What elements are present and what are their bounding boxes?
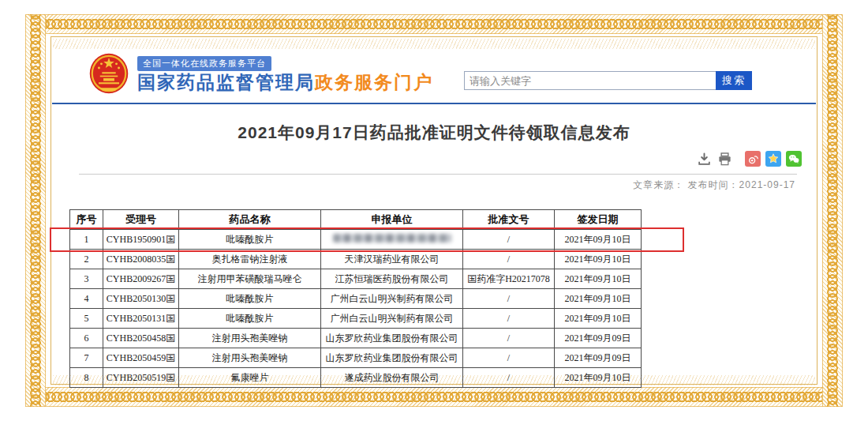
- column-header: 申报单位: [321, 210, 463, 230]
- table-cell: 3: [70, 269, 103, 289]
- table-cell: 广州白云山明兴制药有限公司: [321, 289, 463, 309]
- search-button[interactable]: 搜索: [716, 71, 752, 90]
- table-cell: 国药准字H20217078: [463, 269, 555, 289]
- column-header: 受理号: [103, 210, 179, 230]
- table-cell: [321, 230, 463, 250]
- table-cell: CYHB2008035国: [103, 250, 179, 269]
- table-cell: 2021年09月10日: [555, 250, 642, 269]
- site-title: 国家药品监督管理局政务服务门户: [137, 70, 433, 95]
- table-cell: 吡嗪酰胺片: [179, 309, 321, 329]
- table-cell: /: [463, 329, 555, 348]
- table-cell: 7: [70, 348, 103, 368]
- column-header: 签发日期: [555, 210, 642, 230]
- table-cell: 2021年09月09日: [555, 329, 642, 348]
- table-cell: 2021年09月10日: [555, 289, 642, 309]
- webpage-content: 全国一体化在线政务服务平台 国家药品监督管理局政务服务门户 搜索 2021年09…: [52, 38, 816, 390]
- qzone-share-icon[interactable]: [765, 151, 781, 167]
- table-cell: 注射用甲苯磺酸瑞马唑仑: [179, 269, 321, 289]
- table-row: 6CYHB2050458国注射用头孢美唑钠山东罗欣药业集团股份有限公司/2021…: [70, 329, 642, 348]
- records-table: 序号受理号药品名称申报单位批准文号签发日期 1CYHB1950901国吡嗪酰胺片…: [69, 209, 642, 388]
- search-input[interactable]: [464, 71, 723, 90]
- table-cell: 2021年09月09日: [555, 348, 642, 368]
- table-row: 4CYHB2050130国吡嗪酰胺片广州白云山明兴制药有限公司/2021年09月…: [70, 289, 642, 309]
- table-cell: 4: [70, 289, 103, 309]
- national-emblem-logo: [88, 52, 129, 95]
- table-cell: 注射用头孢美唑钠: [179, 348, 321, 368]
- site-title-secondary: 政务服务门户: [315, 72, 433, 92]
- table-cell: 江苏恒瑞医药股份有限公司: [321, 269, 463, 289]
- table-cell: 6: [70, 329, 103, 348]
- certificate-page: 全国一体化在线政务服务平台 国家药品监督管理局政务服务门户 搜索 2021年09…: [0, 0, 868, 421]
- table-row: 2CYHB2008035国奥扎格雷钠注射液天津汉瑞药业有限公司/2021年09月…: [70, 250, 642, 269]
- frame-band-top: [25, 14, 843, 34]
- platform-badge: 全国一体化在线政务服务平台: [137, 56, 271, 71]
- download-icon[interactable]: [696, 151, 712, 167]
- weibo-share-icon[interactable]: [745, 151, 761, 167]
- table-cell: 8: [70, 368, 103, 388]
- meta-divider: [79, 174, 797, 175]
- table-cell: 2021年09月10日: [555, 368, 642, 388]
- table-cell: CYHB2050458国: [103, 329, 179, 348]
- column-header: 序号: [70, 210, 103, 230]
- frame-band-left: [25, 14, 46, 407]
- table-cell: 遂成药业股份有限公司: [321, 368, 463, 388]
- table-cell: /: [463, 250, 555, 269]
- table-cell: 天津汉瑞药业有限公司: [321, 250, 463, 269]
- table-cell: CYHB2050459国: [103, 348, 179, 368]
- article-title: 2021年09月17日药品批准证明文件待领取信息发布: [52, 122, 816, 144]
- table-cell: CYHB2050519国: [103, 368, 179, 388]
- table-cell: 吡嗪酰胺片: [179, 289, 321, 309]
- table-cell: CYHB2009267国: [103, 269, 179, 289]
- frame-band-right: [822, 14, 843, 407]
- table-row: 7CYHB2050459国注射用头孢美唑钠山东罗欣药业集团股份有限公司/2021…: [70, 348, 642, 368]
- table-cell: 注射用头孢美唑钠: [179, 329, 321, 348]
- table-cell: 1: [70, 230, 103, 250]
- site-header: 全国一体化在线政务服务平台 国家药品监督管理局政务服务门户 搜索: [52, 38, 816, 104]
- table-cell: 5: [70, 309, 103, 329]
- article-meta: 文章来源： 发布时间：2021-09-17: [633, 179, 795, 192]
- column-header: 药品名称: [179, 210, 321, 230]
- wechat-share-icon[interactable]: [786, 151, 802, 167]
- table-cell: /: [463, 309, 555, 329]
- redacted-applicant: [333, 234, 451, 242]
- print-icon[interactable]: [716, 151, 732, 167]
- table-cell: 山东罗欣药业集团股份有限公司: [321, 348, 463, 368]
- table-cell: 广州白云山明兴制药有限公司: [321, 309, 463, 329]
- table-header-row: 序号受理号药品名称申报单位批准文号签发日期: [70, 210, 642, 230]
- table-cell: 2021年09月10日: [555, 309, 642, 329]
- table-cell: 2021年09月10日: [555, 230, 642, 250]
- table-cell: 2: [70, 250, 103, 269]
- table-cell: /: [463, 230, 555, 250]
- table-cell: CYHB2050131国: [103, 309, 179, 329]
- table-cell: 山东罗欣药业集团股份有限公司: [321, 329, 463, 348]
- column-header: 批准文号: [463, 210, 555, 230]
- table-cell: /: [463, 368, 555, 388]
- table-cell: CYHB2050130国: [103, 289, 179, 309]
- table-cell: /: [463, 348, 555, 368]
- article-toolbar: [696, 151, 802, 167]
- table-row: 1CYHB1950901国吡嗪酰胺片/2021年09月10日: [70, 230, 642, 250]
- table-cell: 2021年09月10日: [555, 269, 642, 289]
- table-cell: 奥扎格雷钠注射液: [179, 250, 321, 269]
- site-title-primary: 国家药品监督管理局: [137, 72, 315, 92]
- table-cell: CYHB1950901国: [103, 230, 179, 250]
- table-row: 3CYHB2009267国注射用甲苯磺酸瑞马唑仑江苏恒瑞医药股份有限公司国药准字…: [70, 269, 642, 289]
- table-cell: 吡嗪酰胺片: [179, 230, 321, 250]
- table-cell: /: [463, 289, 555, 309]
- table-row: 8CYHB2050519国氟康唑片遂成药业股份有限公司/2021年09月10日: [70, 368, 642, 388]
- table-cell: 氟康唑片: [179, 368, 321, 388]
- table-row: 5CYHB2050131国吡嗪酰胺片广州白云山明兴制药有限公司/2021年09月…: [70, 309, 642, 329]
